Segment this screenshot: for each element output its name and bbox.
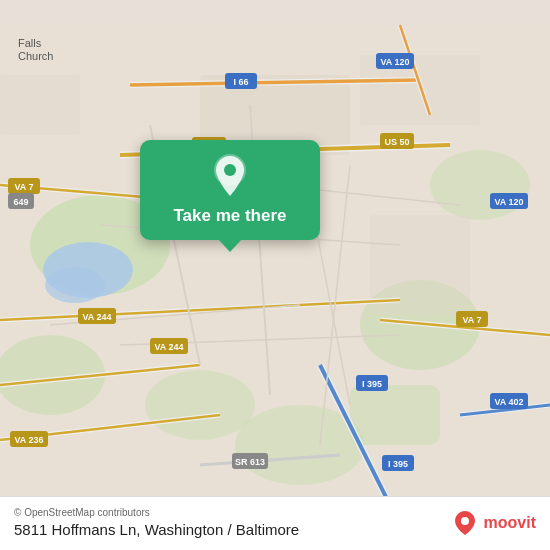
svg-point-76 <box>224 164 236 176</box>
svg-text:649: 649 <box>13 197 28 207</box>
svg-text:VA 244: VA 244 <box>154 342 183 352</box>
svg-rect-13 <box>0 75 80 135</box>
map-background: I 66 VA 120 VA 120 US 50 US 50 VA 7 VA 7… <box>0 0 550 550</box>
map-container: I 66 VA 120 VA 120 US 50 US 50 VA 7 VA 7… <box>0 0 550 550</box>
svg-text:VA 402: VA 402 <box>494 397 523 407</box>
location-pin-icon <box>212 154 248 198</box>
svg-rect-7 <box>350 385 440 445</box>
svg-text:VA 7: VA 7 <box>14 182 33 192</box>
svg-point-6 <box>145 370 255 440</box>
svg-point-3 <box>430 150 530 220</box>
svg-text:US 50: US 50 <box>384 137 409 147</box>
bottom-bar: © OpenStreetMap contributors 5811 Hoffma… <box>0 496 550 550</box>
svg-text:Church: Church <box>18 50 53 62</box>
svg-text:VA 7: VA 7 <box>462 315 481 325</box>
take-me-there-button[interactable]: Take me there <box>173 206 286 226</box>
popup-card[interactable]: Take me there <box>140 140 320 240</box>
svg-text:I 395: I 395 <box>388 459 408 469</box>
address-text: 5811 Hoffmans Ln, Washington / Baltimore <box>14 521 299 538</box>
svg-text:VA 244: VA 244 <box>82 312 111 322</box>
svg-text:VA 236: VA 236 <box>14 435 43 445</box>
address-block: © OpenStreetMap contributors 5811 Hoffma… <box>14 507 299 538</box>
svg-text:Falls: Falls <box>18 37 42 49</box>
moovit-icon <box>451 509 479 537</box>
svg-text:SR 613: SR 613 <box>235 457 265 467</box>
svg-text:I 66: I 66 <box>233 77 248 87</box>
svg-point-9 <box>45 267 105 303</box>
svg-point-77 <box>461 517 469 525</box>
svg-text:VA 120: VA 120 <box>494 197 523 207</box>
svg-text:I 395: I 395 <box>362 379 382 389</box>
map-attribution: © OpenStreetMap contributors <box>14 507 299 518</box>
svg-text:VA 120: VA 120 <box>380 57 409 67</box>
moovit-logo[interactable]: moovit <box>451 509 536 537</box>
moovit-brand-text: moovit <box>484 514 536 532</box>
